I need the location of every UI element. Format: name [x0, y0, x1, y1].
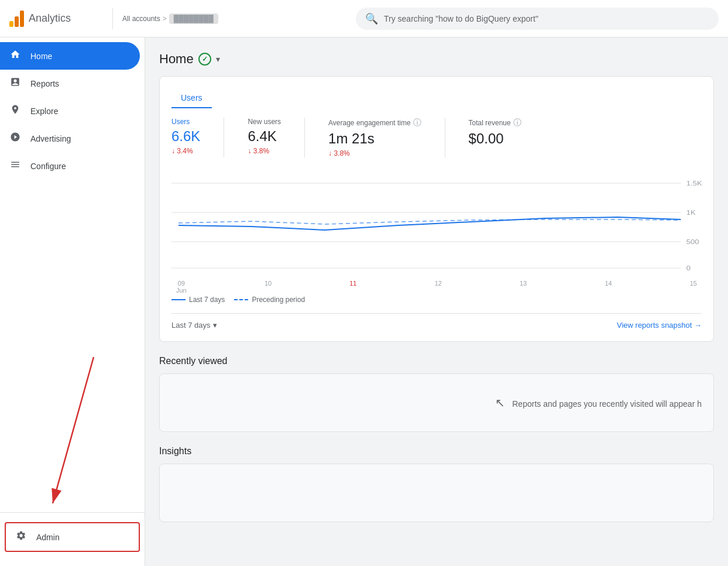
card-tabs: Users	[171, 88, 702, 108]
main-content: Home ✓ ▾ Users Users 6.6K ↓ 3.4%	[145, 37, 728, 566]
chart-legend: Last 7 days Preceding period	[171, 296, 702, 304]
sidebar-item-configure[interactable]: Configure	[0, 152, 140, 180]
sidebar-item-explore-label: Explore	[30, 107, 58, 116]
svg-text:500: 500	[686, 238, 699, 246]
metric-revenue: Total revenue ⓘ $0.00	[469, 118, 521, 157]
svg-text:0: 0	[686, 265, 691, 272]
svg-text:1K: 1K	[686, 209, 696, 217]
x-label-09: 09Jun	[176, 280, 187, 294]
sidebar-bottom: Admin	[0, 512, 145, 561]
legend-last7days-label: Last 7 days	[189, 296, 225, 304]
admin-button[interactable]: Admin	[5, 522, 140, 552]
insights-title: Insights	[159, 446, 714, 457]
x-label-14: 14	[605, 280, 612, 294]
metric-new-users: New users 6.4K ↓ 3.8%	[248, 118, 281, 157]
legend-preceding-label: Preceding period	[252, 296, 305, 304]
legend-line-solid	[171, 299, 186, 300]
sidebar-item-reports-label: Reports	[30, 79, 59, 88]
metric-users-change: ↓ 3.4%	[171, 147, 200, 155]
chart-container: 1.5K 1K 500 0 09Jun 10 11 12 13 14 15	[171, 171, 702, 289]
x-label-10: 10	[265, 280, 272, 294]
cursor-icon: ↖	[495, 396, 505, 409]
chart-svg: 1.5K 1K 500 0	[171, 171, 702, 277]
metrics-row: Users 6.6K ↓ 3.4% New users 6.4K ↓ 3.8% …	[171, 118, 702, 157]
top-header: Analytics All accounts > ████████ 🔍 Try …	[0, 0, 728, 37]
admin-label: Admin	[36, 533, 60, 542]
metric-divider-1	[224, 118, 224, 157]
date-range-selector[interactable]: Last 7 days ▾	[171, 321, 217, 330]
legend-last7days: Last 7 days	[171, 296, 225, 304]
metrics-card: Users Users 6.6K ↓ 3.4% New users 6.4K ↓…	[159, 76, 714, 342]
metric-revenue-label: Total revenue ⓘ	[469, 118, 521, 128]
date-range-label: Last 7 days	[171, 321, 211, 330]
svg-text:1.5K: 1.5K	[686, 180, 702, 187]
legend-line-dashed	[234, 299, 248, 300]
x-label-15: 15	[690, 280, 697, 294]
nav-separator: >	[163, 15, 167, 23]
header-divider	[112, 8, 113, 29]
configure-icon	[9, 159, 21, 173]
page-dropdown-arrow[interactable]: ▾	[216, 54, 220, 64]
recently-viewed-title: Recently viewed	[159, 356, 714, 366]
logo-bar-3	[20, 11, 24, 27]
metric-engagement-label: Average engagement time ⓘ	[328, 118, 421, 128]
logo-bar-2	[15, 16, 19, 27]
all-accounts-link[interactable]: All accounts	[122, 15, 160, 23]
metric-divider-2	[304, 118, 305, 157]
metric-revenue-value: $0.00	[469, 131, 521, 147]
metric-users-label: Users	[171, 118, 200, 126]
legend-preceding: Preceding period	[234, 296, 305, 304]
metric-divider-3	[445, 118, 445, 157]
sidebar-item-home[interactable]: Home	[0, 42, 140, 70]
metric-new-users-label: New users	[248, 118, 281, 126]
metric-new-users-value: 6.4K	[248, 128, 281, 145]
explore-icon	[9, 104, 21, 118]
sidebar-item-home-label: Home	[30, 52, 52, 61]
page-title: Home	[159, 52, 194, 67]
x-label-13: 13	[520, 280, 527, 294]
metric-engagement: Average engagement time ⓘ 1m 21s ↓ 3.8%	[328, 118, 421, 157]
insights-card	[159, 464, 714, 522]
sidebar-item-reports[interactable]: Reports	[0, 70, 140, 97]
status-check-icon: ✓	[198, 53, 211, 66]
recently-viewed-card: ↖ Reports and pages you recently visited…	[159, 373, 714, 432]
page-header: Home ✓ ▾	[159, 52, 714, 67]
sidebar: Home Reports Explore Advertising Configu…	[0, 37, 145, 566]
engagement-info-icon: ⓘ	[413, 118, 421, 128]
metric-engagement-value: 1m 21s	[328, 131, 421, 147]
x-label-11: 11	[349, 280, 356, 294]
home-icon	[9, 49, 21, 63]
sidebar-item-configure-label: Configure	[30, 162, 66, 171]
logo-area: Analytics	[9, 11, 103, 27]
metric-new-users-change: ↓ 3.8%	[248, 147, 281, 155]
users-tab[interactable]: Users	[171, 88, 212, 108]
app-layout: Home Reports Explore Advertising Configu…	[0, 37, 728, 566]
sidebar-item-explore[interactable]: Explore	[0, 97, 140, 125]
metric-engagement-change: ↓ 3.8%	[328, 149, 421, 157]
app-title: Analytics	[29, 12, 71, 25]
account-nav[interactable]: All accounts > ████████	[122, 13, 218, 24]
reports-icon	[9, 77, 21, 90]
date-range-arrow: ▾	[213, 321, 217, 330]
logo-bar-1	[9, 21, 13, 27]
x-label-12: 12	[435, 280, 442, 294]
chart-x-labels: 09Jun 10 11 12 13 14 15	[171, 280, 702, 294]
search-icon: 🔍	[365, 12, 378, 25]
advertising-icon	[9, 132, 21, 145]
card-footer: Last 7 days ▾ View reports snapshot →	[171, 313, 702, 330]
recently-viewed-empty-text: ↖ Reports and pages you recently visited…	[495, 396, 702, 410]
search-bar[interactable]: 🔍 Try searching "how to do BigQuery expo…	[356, 8, 719, 30]
search-placeholder-text: Try searching "how to do BigQuery export…	[384, 14, 538, 23]
admin-gear-icon	[15, 530, 27, 544]
sidebar-item-advertising-label: Advertising	[30, 134, 71, 143]
revenue-info-icon: ⓘ	[513, 118, 521, 128]
metric-users: Users 6.6K ↓ 3.4%	[171, 118, 200, 157]
sidebar-item-advertising[interactable]: Advertising	[0, 125, 140, 152]
metric-users-value: 6.6K	[171, 128, 200, 145]
logo-icon	[9, 11, 24, 27]
view-snapshot-link[interactable]: View reports snapshot →	[617, 321, 702, 330]
account-name: ████████	[169, 13, 218, 24]
